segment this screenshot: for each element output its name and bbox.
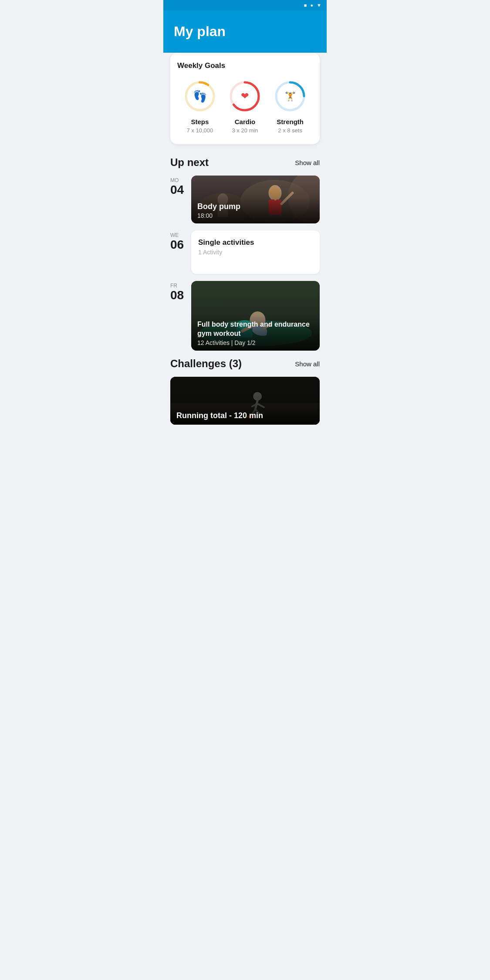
activity-image-body-pump: Body pump 18:00	[191, 176, 320, 223]
day-label-mo04: MO 04	[170, 176, 186, 223]
steps-label: Steps	[191, 118, 209, 125]
fullbody-title: Full body strength and endurance gym wor…	[197, 320, 314, 338]
main-content: Weekly Goals 👣 Steps 7 x 10,000	[163, 53, 327, 435]
day-number-08: 08	[170, 289, 184, 302]
weekly-goals-card: Weekly Goals 👣 Steps 7 x 10,000	[170, 53, 320, 144]
day-name-fr: FR	[170, 283, 177, 289]
day-name-we: WE	[170, 232, 179, 238]
goals-row: 👣 Steps 7 x 10,000 ❤ Cardio 3 x 20 min	[177, 79, 313, 134]
cardio-sublabel: 3 x 20 min	[232, 127, 258, 134]
status-bar: ■ ● ▼	[163, 0, 327, 10]
single-activities-sub: 1 Activity	[198, 249, 313, 256]
status-icon-circle: ●	[310, 3, 313, 8]
running-challenge-overlay: Running total - 120 min	[170, 407, 320, 425]
strength-icon: 🏋	[285, 91, 296, 101]
day-number-06: 06	[170, 238, 184, 252]
fullbody-sub: 12 Activities | Day 1/2	[197, 339, 314, 346]
goal-circle-steps: 👣	[182, 79, 217, 114]
body-pump-overlay: Body pump 18:00	[191, 198, 320, 223]
schedule-row-fr08: FR 08	[170, 281, 320, 351]
steps-sublabel: 7 x 10,000	[186, 127, 213, 134]
day-number-04: 04	[170, 183, 184, 197]
up-next-header: Up next Show all	[170, 156, 320, 169]
schedule-row-mo04: MO 04	[170, 176, 320, 223]
goal-item-strength: 🏋 Strength 2 x 8 sets	[273, 79, 308, 134]
status-icon-triangle: ▼	[317, 3, 321, 8]
fullbody-overlay: Full body strength and endurance gym wor…	[191, 316, 320, 351]
day-name-mo: MO	[170, 177, 179, 183]
body-pump-title: Body pump	[197, 202, 314, 211]
activity-card-single[interactable]: Single activities 1 Activity	[191, 230, 320, 274]
body-pump-time: 18:00	[197, 212, 314, 219]
weekly-goals-title: Weekly Goals	[177, 61, 313, 70]
goal-circle-strength: 🏋	[273, 79, 308, 114]
up-next-section: Up next Show all MO 04	[170, 156, 320, 351]
challenges-header: Challenges (3) Show all	[170, 358, 320, 370]
up-next-show-all-button[interactable]: Show all	[295, 159, 320, 166]
activity-image-fullbody: Full body strength and endurance gym wor…	[191, 281, 320, 351]
challenges-section: Challenges (3) Show all	[170, 358, 320, 425]
schedule-row-we06: WE 06 Single activities 1 Activity	[170, 230, 320, 274]
challenges-show-all-button[interactable]: Show all	[295, 360, 320, 368]
cardio-icon: ❤	[241, 91, 249, 102]
goal-item-cardio: ❤ Cardio 3 x 20 min	[227, 79, 262, 134]
page-title: My plan	[174, 24, 316, 40]
activity-card-body-pump[interactable]: Body pump 18:00	[191, 176, 320, 223]
challenge-card-running[interactable]: Running total - 120 min	[170, 377, 320, 425]
challenges-title: Challenges (3)	[170, 358, 242, 370]
up-next-title: Up next	[170, 156, 209, 169]
goal-item-steps: 👣 Steps 7 x 10,000	[182, 79, 217, 134]
strength-label: Strength	[277, 118, 304, 125]
strength-sublabel: 2 x 8 sets	[278, 127, 302, 134]
running-challenge-title: Running total - 120 min	[176, 411, 314, 420]
cardio-label: Cardio	[235, 118, 256, 125]
single-activities-title: Single activities	[198, 238, 313, 247]
day-label-we06: WE 06	[170, 230, 186, 274]
goal-circle-cardio: ❤	[227, 79, 262, 114]
day-label-fr08: FR 08	[170, 281, 186, 351]
status-icon-square: ■	[304, 3, 307, 8]
steps-icon: 👣	[193, 90, 207, 103]
activity-card-fullbody[interactable]: Full body strength and endurance gym wor…	[191, 281, 320, 351]
